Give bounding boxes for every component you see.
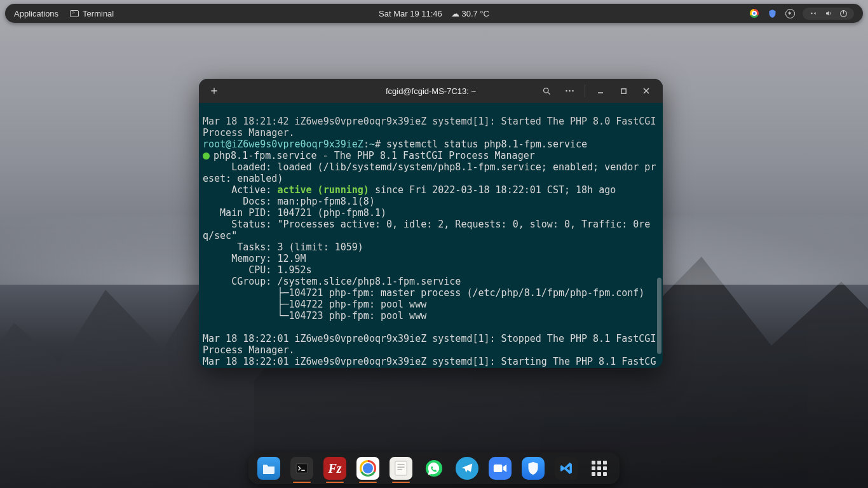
close-button[interactable]	[636, 82, 656, 100]
memory-line: Memory: 12.9M	[203, 253, 306, 264]
dock-vpn[interactable]	[522, 457, 545, 480]
search-button[interactable]	[536, 82, 557, 100]
status-line: Status: "Processes active: 0, idle: 2, R…	[203, 219, 650, 241]
dock-filezilla[interactable]: Fz	[323, 457, 346, 480]
desktop: Applications Terminal Sat Mar 19 11:46 ☁…	[0, 0, 868, 488]
mainpid-line: Main PID: 104721 (php-fpm8.1)	[203, 207, 386, 219]
system-tray[interactable]	[803, 8, 854, 20]
dock-zoom[interactable]	[489, 457, 512, 480]
new-tab-button[interactable]	[205, 82, 223, 100]
docs-line: Docs: man:php-fpm8.1(8)	[203, 196, 375, 207]
dock-files[interactable]	[257, 457, 280, 480]
window-title: fcgid@fcgid-MS-7C13: ~	[386, 86, 476, 96]
cloud-icon: ☁	[451, 9, 459, 18]
volume-icon	[824, 10, 833, 17]
clock[interactable]: Sat Mar 19 11:46	[379, 9, 442, 18]
command: systemctl status php8.1-fpm.service	[386, 139, 587, 150]
prompt-user: root@iZ6we9s0vpre0oqr9x39ieZ	[203, 139, 363, 150]
loaded-line: Loaded: loaded (/lib/systemd/system/php8…	[203, 161, 656, 184]
titlebar-separator	[585, 85, 585, 97]
top-bar: Applications Terminal Sat Mar 19 11:46 ☁…	[5, 4, 863, 23]
service-name: php8.1-fpm.service - The PHP 8.1 FastCGI…	[214, 150, 535, 161]
terminal-icon	[70, 10, 79, 17]
dock-terminal[interactable]	[290, 457, 313, 480]
dock-telegram[interactable]	[456, 457, 478, 480]
prompt-hash: #	[375, 139, 381, 150]
prompt-sep: :	[363, 139, 369, 150]
weather[interactable]: ☁ 30.7 °C	[451, 9, 489, 18]
svg-rect-8	[621, 88, 625, 93]
dock-chrome[interactable]	[356, 457, 379, 480]
apps-grid-icon	[592, 461, 607, 476]
svg-rect-15	[494, 464, 503, 472]
shield-icon[interactable]	[767, 8, 777, 18]
active-rest: since Fri 2022-03-18 18:22:01 CST; 18h a…	[369, 184, 616, 196]
cgroup-proc: ├─104722 php-fpm: pool www	[203, 299, 426, 310]
terminal-body[interactable]: Mar 18 18:21:42 iZ6we9s0vpre0oqr9x39ieZ …	[199, 103, 663, 368]
tasks-line: Tasks: 3 (limit: 1059)	[203, 241, 363, 253]
svg-line-3	[548, 92, 550, 94]
temperature: 30.7 °C	[461, 9, 489, 18]
taskbar-terminal-label: Terminal	[83, 9, 114, 18]
dock-show-apps[interactable]	[588, 457, 611, 480]
chrome-indicator-icon[interactable]	[749, 8, 759, 18]
accessibility-icon[interactable]: ✶	[785, 8, 795, 18]
dock-whatsapp[interactable]	[423, 457, 445, 480]
status-dot-icon	[203, 152, 210, 159]
cgroup-proc: └─104723 php-fpm: pool www	[203, 310, 426, 322]
cgroup-proc: ├─104721 php-fpm: master process (/etc/p…	[203, 287, 644, 299]
maximize-button[interactable]	[613, 82, 634, 100]
svg-point-4	[566, 90, 567, 92]
log-line: Mar 18 18:22:01 iZ6we9s0vpre0oqr9x39ieZ …	[203, 356, 656, 368]
network-icon	[809, 10, 818, 17]
applications-menu[interactable]: Applications	[14, 9, 58, 18]
dock-text-editor[interactable]	[390, 457, 412, 480]
log-line: Mar 18 18:22:01 iZ6we9s0vpre0oqr9x39ieZ …	[203, 333, 661, 356]
menu-button[interactable]	[559, 82, 580, 100]
dock: Fz	[248, 452, 620, 484]
active-label: Active:	[203, 184, 277, 196]
svg-point-5	[569, 90, 571, 92]
dock-vscode[interactable]	[555, 457, 578, 480]
chrome-icon	[360, 460, 376, 477]
taskbar-terminal[interactable]: Terminal	[70, 9, 114, 18]
cpu-line: CPU: 1.952s	[203, 264, 312, 276]
terminal-window: fcgid@fcgid-MS-7C13: ~	[199, 79, 663, 368]
svg-point-6	[572, 90, 574, 92]
svg-rect-10	[395, 461, 407, 475]
log-line: Mar 18 18:21:42 iZ6we9s0vpre0oqr9x39ieZ …	[203, 116, 661, 139]
power-icon	[839, 10, 848, 18]
scrollbar[interactable]	[657, 278, 661, 354]
active-value: active (running)	[277, 184, 369, 196]
minimize-button[interactable]	[590, 82, 611, 100]
window-titlebar[interactable]: fcgid@fcgid-MS-7C13: ~	[199, 79, 663, 103]
svg-point-2	[543, 88, 548, 93]
prompt-path: ~	[369, 139, 375, 150]
filezilla-label: Fz	[328, 461, 341, 476]
cgroup-line: CGroup: /system.slice/php8.1-fpm.service	[203, 276, 461, 287]
svg-rect-9	[296, 464, 308, 473]
